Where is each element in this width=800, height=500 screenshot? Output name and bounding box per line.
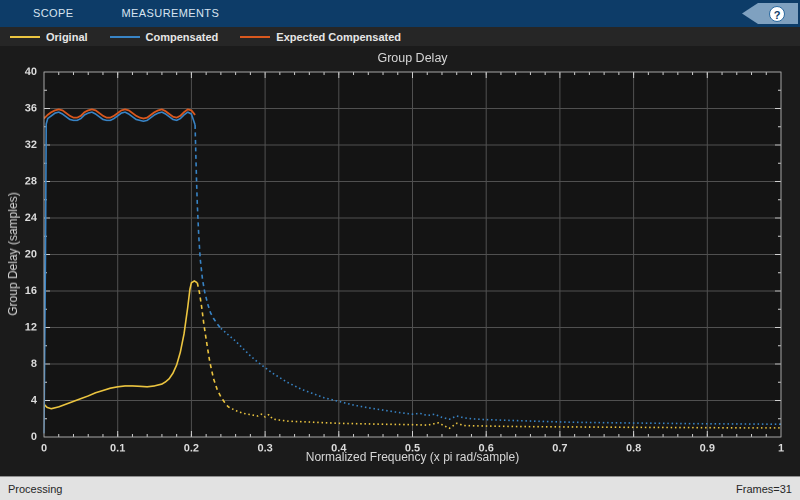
expected-compensated-line-swatch [240,36,270,38]
x-axis-label: Normalized Frequency (x pi rad/sample) [44,450,781,464]
legend: Original Compensated Expected Compensate… [0,27,800,46]
scope-window: SCOPE MEASUREMENTS ? Original Compensate… [0,0,800,500]
toolstrip: SCOPE MEASUREMENTS ? [0,0,800,27]
legend-item-original: Original [10,31,88,43]
legend-item-compensated: Compensated [110,31,219,43]
status-bar: Processing Frames=31 [0,476,800,500]
chart-title: Group Delay [44,51,781,65]
legend-label: Original [46,31,88,43]
tab-measurements[interactable]: MEASUREMENTS [110,0,232,27]
legend-label: Compensated [146,31,219,43]
tab-scope[interactable]: SCOPE [21,0,86,27]
status-message: Processing [8,483,62,495]
frames-counter: Frames=31 [736,483,792,495]
legend-label: Expected Compensated [276,31,401,43]
plot-region: Group Delay Normalized Frequency (x pi r… [0,46,800,476]
legend-item-expected-compensated: Expected Compensated [240,31,401,43]
help-button[interactable]: ? [742,3,798,24]
y-axis-label: Group Delay (samples) [6,192,20,315]
question-icon: ? [769,6,785,22]
compensated-line-swatch [110,36,140,38]
group-delay-chart[interactable] [0,46,800,476]
original-line-swatch [10,36,40,38]
